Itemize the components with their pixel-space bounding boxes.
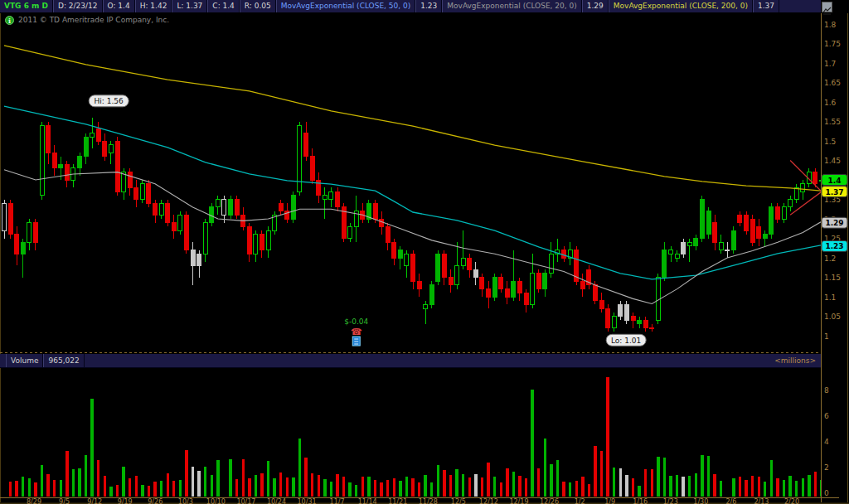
svg-text:2/6: 2/6 [725, 498, 736, 504]
svg-text:1/2: 1/2 [575, 498, 585, 504]
svg-text:1.75: 1.75 [824, 40, 841, 48]
volume-study-label[interactable]: Volume [6, 354, 43, 367]
svg-text:1.1: 1.1 [824, 293, 836, 302]
volume-value: 965,022 [43, 354, 84, 367]
svg-text:10/3: 10/3 [178, 498, 193, 504]
volume-pane-header: Volume 965,022 <millions> [0, 354, 821, 367]
svg-text:10/31: 10/31 [298, 498, 317, 504]
svg-text:12/12: 12/12 [479, 498, 498, 504]
volume-bars-layer [2, 377, 822, 497]
svg-text:12/5: 12/5 [451, 498, 466, 504]
svg-text:1/23: 1/23 [663, 498, 678, 504]
svg-text:6: 6 [824, 412, 829, 420]
svg-text:12/26: 12/26 [540, 498, 559, 504]
svg-text:1.45: 1.45 [824, 157, 841, 165]
svg-text:8/29: 8/29 [27, 498, 41, 504]
svg-text:1.55: 1.55 [824, 118, 841, 126]
svg-text:Lo: 1.01: Lo: 1.01 [611, 337, 641, 345]
svg-text:1.5: 1.5 [824, 138, 836, 146]
svg-text:9/26: 9/26 [148, 498, 163, 504]
note-icon [352, 337, 360, 346]
svg-text:10/24: 10/24 [267, 498, 286, 504]
svg-text:2/13: 2/13 [754, 498, 769, 504]
trading-chart-window: VTG 6 m D D: 2/23/12O: 1.4H: 1.42L: 1.37… [0, 0, 849, 504]
svg-text:2: 2 [824, 463, 829, 472]
svg-text:1/30: 1/30 [693, 498, 708, 504]
volume-axis: 86420 [824, 386, 829, 497]
svg-text:1: 1 [824, 332, 829, 341]
svg-text:1.7: 1.7 [824, 60, 836, 68]
svg-text:$-0.04: $-0.04 [344, 317, 368, 326]
svg-text:0: 0 [824, 489, 829, 497]
svg-text:8: 8 [824, 386, 829, 395]
svg-text:2/20: 2/20 [784, 498, 799, 504]
svg-text:9/5: 9/5 [59, 498, 70, 504]
svg-text:1.05: 1.05 [824, 313, 841, 321]
svg-text:Hi: 1.56: Hi: 1.56 [95, 97, 124, 105]
svg-text:1.23: 1.23 [825, 242, 843, 250]
event-marker: $-0.04☎ [344, 317, 368, 346]
svg-text:1.2: 1.2 [824, 254, 836, 263]
svg-text:1.37: 1.37 [825, 188, 843, 196]
price-badge-EMA-20: 1.29 [822, 217, 847, 228]
svg-text:12/19: 12/19 [509, 498, 528, 504]
volume-header-spacer [85, 354, 775, 367]
plot-layers: $-0.04☎ [2, 46, 824, 497]
svg-text:1.8: 1.8 [824, 21, 837, 29]
price-badge-EMA-200: 1.37 [822, 187, 847, 197]
svg-text:11/14: 11/14 [358, 498, 377, 504]
svg-text:11/7: 11/7 [330, 498, 345, 504]
svg-text:4: 4 [824, 438, 829, 446]
price-badge-last-price: 1.4 [822, 175, 847, 186]
svg-text:9/19: 9/19 [118, 498, 133, 504]
hi-bubble: Hi: 1.56 [89, 95, 129, 107]
svg-text:1.4: 1.4 [828, 177, 842, 185]
svg-text:9/12: 9/12 [87, 498, 102, 504]
candles-layer [2, 118, 824, 332]
svg-text:1.6: 1.6 [824, 99, 837, 107]
svg-text:1.65: 1.65 [824, 79, 841, 87]
volume-unit-note: <millions> [774, 354, 821, 367]
svg-text:1.29: 1.29 [825, 219, 843, 227]
pane-frame [0, 13, 849, 503]
lo-bubble: Lo: 1.01 [606, 334, 646, 346]
svg-text:11/21: 11/21 [388, 498, 407, 504]
svg-text:10/17: 10/17 [236, 498, 255, 504]
svg-text:1/9: 1/9 [604, 498, 615, 504]
price-chart-canvas[interactable]: $-0.04☎Hi: 1.56Lo: 1.011.81.751.71.651.6… [0, 0, 849, 504]
svg-text:1/16: 1/16 [633, 498, 648, 504]
svg-text:10/10: 10/10 [206, 498, 226, 504]
svg-text:11/28: 11/28 [419, 498, 438, 504]
phone-icon: ☎ [351, 327, 362, 337]
price-badge-EMA-50: 1.23 [822, 240, 847, 251]
svg-text:1.15: 1.15 [824, 274, 841, 282]
